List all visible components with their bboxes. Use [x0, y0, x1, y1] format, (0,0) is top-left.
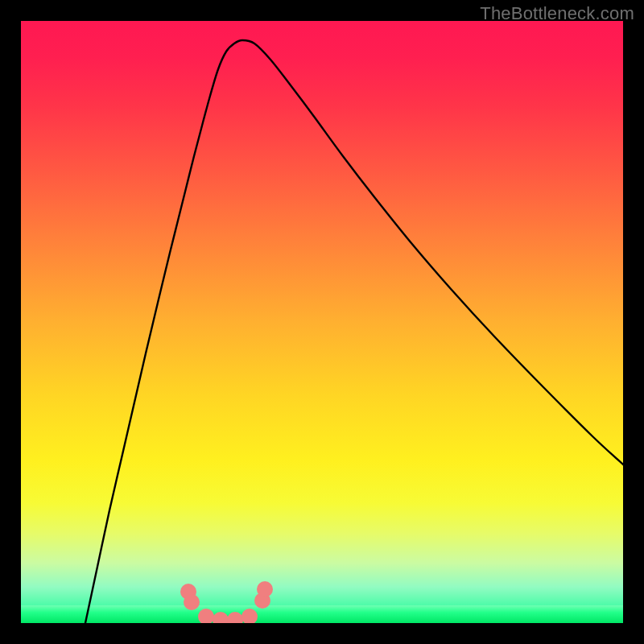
watermark-text: TheBottleneck.com [480, 3, 634, 24]
highlight-dot [242, 609, 258, 623]
highlight-dot [198, 609, 214, 623]
curve-svg [21, 21, 623, 623]
highlight-dot [184, 594, 200, 610]
highlight-dot [213, 612, 229, 623]
highlight-dot [227, 612, 243, 623]
chart-frame: TheBottleneck.com [0, 0, 644, 644]
highlight-dot [257, 581, 273, 597]
bottleneck-curve [85, 40, 623, 623]
plot-area [21, 21, 623, 623]
highlight-dots [180, 581, 273, 623]
